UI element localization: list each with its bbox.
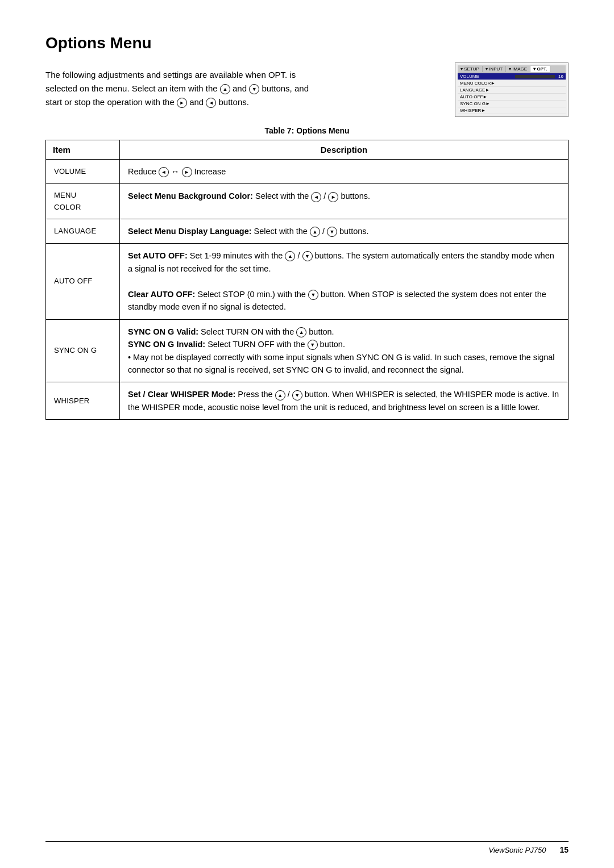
desc-autooff-set-bold: Set AUTO OFF: [128, 251, 188, 260]
desc-whisper-bold: Set / Clear WHISPER Mode: [128, 390, 235, 399]
menu-label-whisper: WHISPER► [460, 108, 486, 113]
table-row: LANGUAGE Select Menu Display Language: S… [46, 219, 569, 243]
options-table: Item Description VOLUME Reduce ◄ ↔ ► Inc… [45, 140, 569, 420]
desc-language-bold: Select Menu Display Language: [128, 227, 252, 236]
menu-row-menucolor: MENU COLOR► [458, 80, 566, 87]
menu-row-autooff: AUTO OFF► [458, 94, 566, 101]
desc-syncong: SYNC ON G Valid: Select TURN ON with the… [120, 319, 569, 382]
desc-volume: Reduce ◄ ↔ ► Increase [120, 160, 569, 184]
item-menucolor: MENUCOLOR [46, 184, 120, 219]
table-caption: Table 7: Options Menu [45, 126, 569, 135]
down-icon-autooff2: ▼ [308, 290, 318, 300]
intro-section: The following adjustments and settings a… [45, 68, 569, 126]
intro-line2b: buttons, and [262, 84, 309, 93]
intro-line3-pre: start or stop the operation with the [45, 97, 175, 107]
tab-input: ▾ INPUT [483, 66, 506, 72]
menu-label-autooff: AUTO OFF► [460, 94, 487, 99]
item-autooff: AUTO OFF [46, 244, 120, 319]
down-icon-syncong: ▼ [308, 340, 318, 350]
up-icon-whisper: ▲ [275, 390, 285, 400]
up-icon-syncong: ▲ [296, 327, 306, 337]
table-header-item: Item [46, 140, 120, 160]
desc-language: Select Menu Display Language: Select wit… [120, 219, 569, 243]
footer-page-number: 15 [559, 845, 569, 854]
desc-autooff: Set AUTO OFF: Set 1-99 minutes with the … [120, 244, 569, 319]
down-icon-autooff: ▼ [302, 251, 313, 261]
up-button-icon: ▲ [220, 84, 230, 94]
menu-label-menucolor: MENU COLOR► [460, 81, 495, 86]
footer-brand: ViewSonic PJ750 [488, 846, 546, 854]
table-row: WHISPER Set / Clear WHISPER Mode: Press … [46, 382, 569, 420]
menu-label-language: LANGUAGE► [460, 87, 489, 93]
left-icon-volume: ◄ [159, 167, 169, 177]
left-button-icon-intro: ◄ [206, 98, 216, 108]
right-button-icon-intro: ► [177, 98, 187, 108]
intro-line1: The following adjustments and settings a… [45, 70, 296, 80]
intro-line2: selected on the menu. Select an item wit… [45, 84, 218, 93]
tab-setup: ▾ SETUP [458, 66, 483, 72]
menu-label-volume: VOLUME [460, 74, 479, 79]
table-row: SYNC ON G SYNC ON G Valid: Select TURN O… [46, 319, 569, 382]
table-row: AUTO OFF Set AUTO OFF: Set 1-99 minutes … [46, 244, 569, 319]
table-row: MENUCOLOR Select Menu Background Color: … [46, 184, 569, 219]
menu-row-volume: VOLUME 16 [458, 73, 566, 80]
desc-syncong-invalid-bold: SYNC ON G Invalid: [128, 340, 205, 349]
down-icon-whisper: ▼ [292, 390, 302, 400]
tab-image: ▾ IMAGE [506, 66, 530, 72]
menu-row-language: LANGUAGE► [458, 87, 566, 94]
item-syncong: SYNC ON G [46, 319, 120, 382]
desc-menucolor-bold: Select Menu Background Color: [128, 191, 253, 201]
page-title: Options Menu [45, 34, 569, 52]
down-button-icon: ▼ [249, 84, 259, 94]
down-icon-language: ▼ [327, 227, 337, 237]
intro-line3-and: and [189, 97, 206, 107]
intro-line3-post: buttons. [219, 97, 249, 107]
intro-text: The following adjustments and settings a… [45, 68, 309, 109]
menu-volume-bar: 16 [515, 74, 563, 79]
intro-and: and [233, 84, 249, 93]
menu-row-whisper: WHISPER► [458, 107, 566, 114]
page-footer: ViewSonic PJ750 15 [45, 841, 569, 854]
menu-row-syncong: SYNC ON G► [458, 101, 566, 107]
up-icon-autooff: ▲ [285, 251, 295, 261]
item-language: LANGUAGE [46, 219, 120, 243]
up-icon-language: ▲ [310, 227, 320, 237]
menu-tabs: ▾ SETUP ▾ INPUT ▾ IMAGE ▾ OPT. [458, 65, 566, 73]
table-row: VOLUME Reduce ◄ ↔ ► Increase [46, 160, 569, 184]
menu-label-syncong: SYNC ON G► [460, 101, 490, 106]
right-icon-volume: ► [182, 167, 192, 177]
desc-menucolor: Select Menu Background Color: Select wit… [120, 184, 569, 219]
item-whisper: WHISPER [46, 382, 120, 420]
right-icon-menucolor: ► [328, 192, 338, 202]
desc-autooff-clear-bold: Clear AUTO OFF: [128, 290, 195, 299]
desc-syncong-valid-bold: SYNC ON G Valid: [128, 327, 198, 336]
table-header-description: Description [120, 140, 569, 160]
left-icon-menucolor: ◄ [311, 192, 321, 202]
menu-screenshot: ▾ SETUP ▾ INPUT ▾ IMAGE ▾ OPT. VOLUME 16… [455, 62, 569, 117]
desc-whisper: Set / Clear WHISPER Mode: Press the ▲ / … [120, 382, 569, 420]
item-volume: VOLUME [46, 160, 120, 184]
tab-opt: ▾ OPT. [530, 66, 550, 72]
